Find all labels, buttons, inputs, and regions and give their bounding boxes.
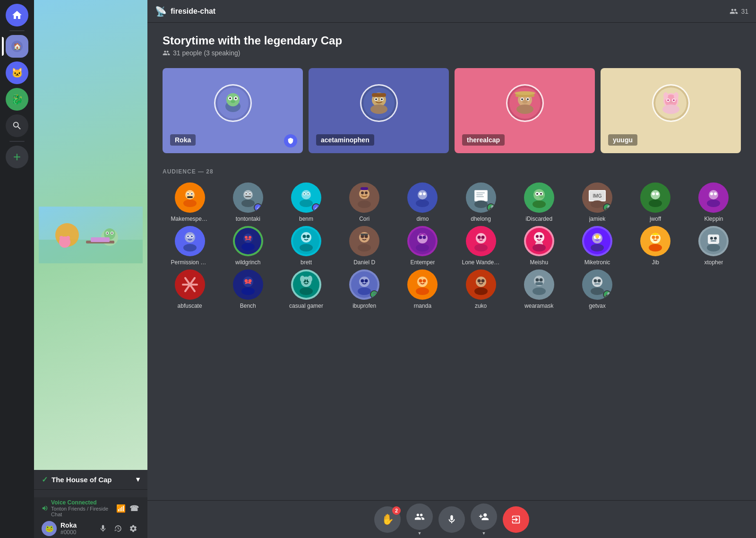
audience-name: zuko xyxy=(475,303,487,309)
audience-member-entemper[interactable]: Entemper xyxy=(395,226,450,266)
invite-button-wrapper: ▼ xyxy=(406,503,433,536)
audience-member-bench[interactable]: Bench xyxy=(221,269,275,309)
audience-member-abfuscate[interactable]: abfuscate xyxy=(163,269,217,309)
svg-point-196 xyxy=(300,276,305,282)
people-count: 31 xyxy=(730,7,748,16)
audience-name: iDiscarded xyxy=(525,216,552,222)
audience-member-tontontaki[interactable]: ✓ tontontaki xyxy=(221,182,275,222)
svg-rect-178 xyxy=(708,234,719,244)
audience-member-wearamask[interactable]: wearamask xyxy=(512,269,566,309)
svg-point-93 xyxy=(418,190,427,200)
audience-member-meishu[interactable]: Meishu xyxy=(512,226,566,266)
mute-button[interactable] xyxy=(96,522,110,535)
svg-point-133 xyxy=(183,244,197,252)
svg-point-123 xyxy=(709,190,718,200)
svg-point-141 xyxy=(302,235,306,238)
audience-member-daniel-d[interactable]: Daniel D xyxy=(337,226,392,266)
server-icon-1[interactable]: 🏠 xyxy=(6,35,28,58)
svg-point-153 xyxy=(423,236,426,239)
server-icon-3[interactable]: 🐉 xyxy=(6,88,28,111)
svg-point-126 xyxy=(707,200,720,207)
server-divider xyxy=(9,30,25,31)
voice-signal-icon[interactable]: 📶 xyxy=(115,503,127,514)
svg-point-95 xyxy=(423,192,426,195)
audience-name: benm xyxy=(299,216,313,222)
audience-avatar xyxy=(466,269,496,300)
server-header[interactable]: ✓ The House of Cap ▾ xyxy=(34,470,147,490)
audience-member-ibuprofen[interactable]: 🎵 ibuprofen xyxy=(337,269,392,309)
svg-point-8 xyxy=(107,232,108,234)
svg-point-68 xyxy=(191,193,192,195)
member-badge: 🎤 xyxy=(603,203,611,212)
audience-member-jamiek[interactable]: IMG 🎤 jamiek xyxy=(570,182,624,222)
speaker-name-therealcap: therealcap xyxy=(462,134,505,146)
svg-point-84 xyxy=(307,193,309,195)
svg-point-121 xyxy=(649,200,662,207)
add-server-button[interactable]: + xyxy=(6,146,28,168)
invite-button[interactable] xyxy=(406,503,433,530)
audience-member-benm[interactable]: ✓ benm xyxy=(279,182,333,222)
main-content: 📡 fireside-chat 31 Storytime with the le… xyxy=(147,0,756,538)
audience-avatar: IMG 🎤 xyxy=(582,182,612,213)
svg-point-156 xyxy=(476,233,486,243)
audience-name: rnanda xyxy=(414,303,431,309)
add-speaker-button-wrapper: ▼ xyxy=(471,503,497,536)
audience-member-brett[interactable]: brett xyxy=(279,226,333,266)
audience-member-jib[interactable]: Jib xyxy=(628,226,683,266)
channel-sidebar: ✓ The House of Cap ▾ ▾ NEWS & ANNOUNCEME… xyxy=(34,0,147,538)
audience-member-xtopher[interactable]: xtopher xyxy=(687,226,741,266)
audience-name: tontontaki xyxy=(236,216,260,222)
member-badge: 🎵 xyxy=(370,290,378,299)
category-news[interactable]: ▾ NEWS & ANNOUNCEMENT xyxy=(34,494,147,497)
raise-hand-button[interactable]: ✋ 2 xyxy=(374,506,401,533)
svg-point-225 xyxy=(591,287,604,295)
server-icon-explore[interactable] xyxy=(6,114,28,137)
topbar-left: 📡 fireside-chat xyxy=(155,6,215,17)
svg-rect-100 xyxy=(476,192,485,193)
svg-rect-218 xyxy=(535,282,543,285)
audience-member-dimo[interactable]: dimo xyxy=(395,182,450,222)
server-icon-2[interactable]: 🐱 xyxy=(6,61,28,84)
audience-member-casual-gamer[interactable]: casual gamer xyxy=(279,269,333,309)
svg-point-49 xyxy=(527,98,529,100)
audience-member-getvax[interactable]: 🎤 getvax xyxy=(570,269,624,309)
audience-member-lone-wanderer[interactable]: Lone Wanderer xyxy=(454,226,508,266)
svg-point-161 xyxy=(534,232,544,243)
audience-avatar xyxy=(349,226,379,256)
speaker-card-roka[interactable]: Roka xyxy=(163,68,303,153)
svg-point-82 xyxy=(303,193,305,195)
audience-member-permission-man[interactable]: Permission Man xyxy=(163,226,217,266)
audience-member-jwoff[interactable]: jwoff xyxy=(628,182,683,222)
svg-point-163 xyxy=(540,235,542,238)
audience-member-miketronic[interactable]: Miketronic xyxy=(570,226,624,266)
settings-button[interactable] xyxy=(127,522,140,535)
mic-button[interactable] xyxy=(438,506,465,533)
svg-point-51 xyxy=(516,104,533,114)
discord-home-button[interactable] xyxy=(6,4,28,26)
svg-point-66 xyxy=(187,193,189,195)
audience-member-idiscarded[interactable]: iDiscarded xyxy=(512,182,566,222)
people-count-number: 31 xyxy=(741,8,748,15)
svg-point-182 xyxy=(707,244,720,252)
stage-meta: 31 people (3 speaking) xyxy=(163,49,741,57)
audience-member-dhelong[interactable]: 🎤 dhelong xyxy=(454,182,508,222)
add-speaker-button[interactable] xyxy=(471,503,497,530)
audience-name: dimo xyxy=(416,216,429,222)
voice-disconnect-icon[interactable]: ☎ xyxy=(129,503,140,514)
audience-member-wildgrinch[interactable]: wildgrinch xyxy=(221,226,275,266)
audience-member-zuko[interactable]: zuko xyxy=(454,269,508,309)
audience-member-kleppin[interactable]: Kleppin xyxy=(687,182,741,222)
leave-button[interactable] xyxy=(503,506,529,533)
audience-name: brett xyxy=(301,259,312,266)
audience-name: Meishu xyxy=(530,259,548,266)
audience-member-rnanda[interactable]: rnanda xyxy=(395,269,450,309)
audience-member-makemespeakrr[interactable]: Makemespeakrr xyxy=(163,182,217,222)
user-avatar: 🐸 xyxy=(42,521,57,536)
deafen-button[interactable] xyxy=(112,522,125,535)
audience-name: Kleppin xyxy=(704,216,723,222)
speaker-card-yuugu[interactable]: yuugu xyxy=(601,68,741,153)
speaker-card-therealcap[interactable]: therealcap xyxy=(455,68,595,153)
speaker-card-acetaminophen[interactable]: acetaminophen xyxy=(309,68,449,153)
svg-rect-181 xyxy=(711,240,716,242)
audience-member-cori[interactable]: Cori xyxy=(337,182,392,222)
